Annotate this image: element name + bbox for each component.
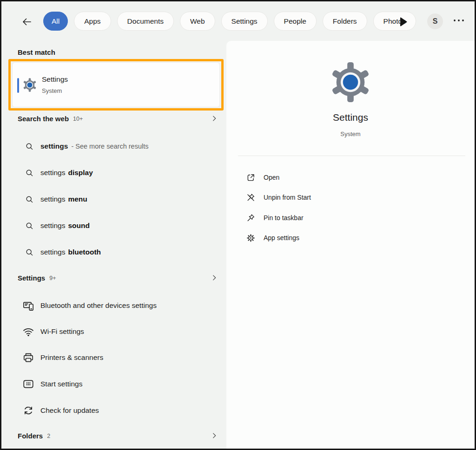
play-triangle-icon (398, 16, 408, 28)
chevron-right-icon[interactable] (210, 114, 218, 123)
web-suggestion-settings[interactable]: settings - See more search results (25, 138, 148, 155)
settings-item-label: Check for updates (40, 406, 99, 415)
search-web-heading: Search the web 10+ (18, 114, 218, 123)
web-suggestion-settings-sound[interactable]: settings sound (25, 217, 90, 234)
best-match-app-subtitle: System (42, 87, 62, 94)
settings-item-label: Printers & scanners (40, 353, 103, 362)
back-arrow-icon (20, 16, 33, 27)
settings-section-heading: Settings 9+ (18, 274, 218, 282)
search-window: All Apps Documents Web Settings People F… (0, 0, 476, 450)
chevron-right-icon[interactable] (210, 431, 218, 440)
suggestion-note: - See more search results (71, 143, 148, 150)
folders-count: 2 (47, 432, 50, 439)
suggestion-term-bold: menu (68, 195, 87, 203)
search-window-body: All Apps Documents Web Settings People F… (1, 1, 475, 449)
filter-pill-web[interactable]: Web (180, 12, 215, 31)
settings-item-label: Wi-Fi settings (40, 327, 84, 336)
suggestion-term: settings (40, 248, 65, 256)
filter-pill-photos[interactable]: Photos (373, 12, 416, 31)
best-match-result-settings[interactable]: Settings System (12, 62, 220, 107)
best-match-app-title: Settings (42, 75, 68, 84)
selection-accent-bar (17, 78, 19, 93)
suggestion-term-bold: display (68, 169, 93, 177)
action-label: Pin to taskbar (264, 214, 304, 222)
web-suggestion-settings-bluetooth[interactable]: settings bluetooth (25, 244, 101, 261)
settings-item-label: Start settings (40, 380, 82, 388)
best-match-heading: Best match (18, 48, 218, 56)
filter-pill-folders[interactable]: Folders (323, 12, 367, 31)
printer-icon (22, 352, 34, 364)
folders-section-heading: Folders 2 (18, 431, 218, 440)
suggestion-term-bold: sound (68, 222, 90, 230)
avatar-initial: S (433, 17, 438, 26)
ellipsis-icon (452, 18, 467, 23)
filter-pill-settings[interactable]: Settings (221, 12, 268, 31)
search-icon (25, 168, 34, 178)
refresh-icon (22, 404, 34, 417)
filter-pill-apps[interactable]: Apps (74, 12, 111, 31)
devices-icon (22, 300, 34, 312)
preview-app-title: Settings (226, 112, 475, 123)
suggestion-term-bold: bluetooth (68, 248, 101, 256)
web-suggestion-settings-menu[interactable]: settings menu (25, 191, 87, 208)
user-avatar[interactable]: S (427, 13, 443, 29)
suggestion-term: settings (40, 195, 65, 203)
settings-item-printers-scanners[interactable]: Printers & scanners (22, 349, 103, 366)
search-icon (25, 195, 34, 204)
start-menu-icon (22, 378, 34, 390)
unpin-icon (246, 193, 256, 202)
divider (238, 156, 465, 156)
search-icon (25, 221, 34, 231)
open-external-icon (246, 173, 256, 183)
folders-heading-label: Folders (18, 432, 43, 440)
action-open[interactable]: Open (246, 170, 279, 185)
action-unpin-from-start[interactable]: Unpin from Start (246, 190, 311, 205)
best-match-heading-label: Best match (18, 48, 55, 56)
filter-pill-people[interactable]: People (274, 12, 317, 31)
options-menu-button[interactable] (452, 18, 467, 25)
search-icon (25, 142, 34, 151)
settings-gear-icon (22, 78, 37, 92)
action-app-settings[interactable]: App settings (246, 230, 299, 245)
settings-item-wifi[interactable]: Wi-Fi settings (22, 323, 84, 340)
settings-item-start-settings[interactable]: Start settings (22, 375, 82, 393)
action-pin-to-taskbar[interactable]: Pin to taskbar (246, 210, 304, 225)
preview-panel: Settings System Open Unpin from Start Pi (226, 41, 475, 449)
settings-count: 9+ (49, 274, 56, 281)
wifi-icon (22, 326, 34, 338)
search-web-count: 10+ (73, 115, 83, 122)
settings-item-bluetooth-devices[interactable]: Bluetooth and other devices settings (22, 297, 157, 314)
action-label: Open (264, 174, 279, 181)
pin-icon (246, 213, 256, 223)
suggestion-term: settings (40, 142, 68, 150)
settings-item-check-for-updates[interactable]: Check for updates (22, 402, 99, 419)
back-button[interactable] (20, 15, 34, 29)
filter-pill-documents[interactable]: Documents (117, 12, 174, 31)
suggestion-term: settings (40, 222, 65, 230)
search-icon (25, 248, 34, 257)
action-label: Unpin from Start (264, 194, 311, 201)
web-suggestion-settings-display[interactable]: settings display (25, 164, 93, 181)
suggestion-term: settings (40, 169, 65, 177)
filter-pill-all[interactable]: All (43, 12, 68, 31)
search-filter-bar: All Apps Documents Web Settings People F… (43, 12, 416, 31)
gear-outline-icon (246, 233, 256, 243)
search-web-heading-label: Search the web (18, 115, 69, 123)
settings-gear-icon-large (329, 60, 372, 104)
action-label: App settings (264, 234, 299, 241)
preview-app-subtitle: System (226, 130, 475, 137)
settings-heading-label: Settings (18, 274, 45, 282)
settings-item-label: Bluetooth and other devices settings (40, 301, 157, 310)
chevron-right-icon[interactable] (210, 274, 218, 282)
more-filters-button[interactable] (398, 16, 408, 28)
